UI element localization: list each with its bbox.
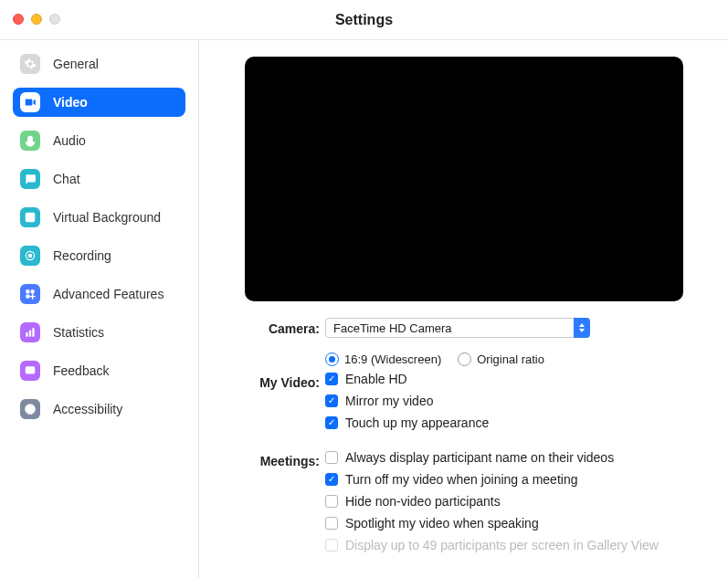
main-panel: Camera: FaceTime HD Camera 16:9 (Widescr…	[199, 40, 728, 578]
my-video-row: My Video: ✓Enable HD✓Mirror my video✓Tou…	[234, 372, 693, 430]
checkbox-label: Hide non-video participants	[345, 494, 501, 509]
accessibility-icon	[20, 399, 40, 419]
svg-rect-8	[29, 331, 31, 337]
general-icon	[20, 54, 40, 74]
svg-rect-4	[26, 289, 29, 293]
window-title: Settings	[335, 12, 393, 28]
sidebar-item-label: Statistics	[53, 325, 104, 340]
checkbox-icon	[325, 451, 338, 464]
radio-widescreen-label: 16:9 (Widescreen)	[344, 352, 441, 366]
checkbox-label: Spotlight my video when speaking	[345, 516, 539, 531]
checkbox-icon	[325, 495, 338, 508]
checkbox-icon: ✓	[325, 394, 338, 407]
svg-point-14	[29, 405, 31, 407]
sidebar-item-chat[interactable]: Chat	[13, 164, 185, 194]
sidebar-item-video[interactable]: Video	[13, 88, 185, 117]
checkbox-label: Always display participant name on their…	[345, 450, 614, 465]
traffic-lights	[13, 14, 60, 25]
chat-icon	[20, 169, 40, 189]
svg-rect-6	[26, 295, 29, 299]
sidebar-item-audio[interactable]: Audio	[13, 126, 185, 155]
checkbox-label: Touch up my appearance	[345, 415, 489, 430]
feedback-icon	[20, 361, 40, 381]
camera-select[interactable]: FaceTime HD Camera	[325, 318, 590, 338]
recording-icon	[20, 246, 40, 266]
svg-point-3	[28, 254, 33, 258]
advanced-features-icon	[20, 284, 40, 304]
sidebar-item-advanced-features[interactable]: Advanced Features	[13, 279, 185, 309]
audio-icon	[20, 131, 40, 151]
checkbox-touch-up[interactable]: ✓Touch up my appearance	[325, 415, 693, 430]
sidebar-item-feedback[interactable]: Feedback	[13, 356, 185, 385]
sidebar-item-label: Chat	[53, 172, 80, 186]
sidebar-item-label: Recording	[53, 248, 111, 263]
checkbox-icon: ✓	[325, 473, 338, 486]
meetings-row: Meetings: Always display participant nam…	[234, 450, 693, 552]
radio-icon	[325, 352, 339, 366]
checkbox-label: Mirror my video	[345, 394, 433, 408]
sidebar: GeneralVideoAudioChatVirtual BackgroundR…	[0, 40, 199, 578]
checkbox-hide-non-video[interactable]: Hide non-video participants	[325, 494, 693, 509]
sidebar-item-label: General	[53, 57, 99, 71]
svg-rect-7	[26, 332, 27, 337]
checkbox-icon: ✓	[325, 416, 338, 429]
sidebar-item-label: Virtual Background	[53, 210, 161, 225]
sidebar-item-label: Accessibility	[53, 402, 122, 416]
aspect-ratio-group: 16:9 (Widescreen) Original ratio	[325, 352, 693, 366]
virtual-background-icon	[20, 207, 40, 227]
checkbox-mirror[interactable]: ✓Mirror my video	[325, 394, 693, 408]
camera-selected-value: FaceTime HD Camera	[333, 321, 452, 335]
svg-rect-9	[32, 328, 34, 336]
checkbox-spotlight-speaking[interactable]: Spotlight my video when speaking	[325, 516, 693, 531]
checkbox-gallery-49: Display up to 49 participants per screen…	[325, 538, 693, 552]
svg-point-12	[31, 369, 33, 371]
close-icon[interactable]	[13, 14, 24, 25]
video-icon	[20, 92, 40, 112]
radio-widescreen[interactable]: 16:9 (Widescreen)	[325, 352, 441, 366]
checkbox-label: Enable HD	[345, 372, 407, 386]
checkbox-display-name[interactable]: Always display participant name on their…	[325, 450, 693, 465]
checkbox-enable-hd[interactable]: ✓Enable HD	[325, 372, 693, 386]
radio-original-label: Original ratio	[477, 352, 544, 366]
camera-row: Camera: FaceTime HD Camera 16:9 (Widescr…	[234, 318, 693, 366]
select-stepper-icon	[574, 318, 590, 338]
checkbox-turn-off-join[interactable]: ✓Turn off my video when joining a meetin…	[325, 472, 693, 487]
window-header: Settings	[0, 0, 728, 40]
sidebar-item-general[interactable]: General	[13, 49, 185, 79]
sidebar-item-label: Feedback	[53, 363, 109, 378]
checkbox-icon	[325, 517, 338, 530]
camera-label: Camera:	[234, 318, 325, 336]
maximize-icon	[49, 14, 60, 25]
radio-original[interactable]: Original ratio	[458, 352, 544, 366]
meetings-label: Meetings:	[234, 450, 325, 468]
sidebar-item-statistics[interactable]: Statistics	[13, 318, 185, 347]
sidebar-item-label: Advanced Features	[53, 287, 164, 301]
checkbox-label: Display up to 49 participants per screen…	[345, 538, 659, 552]
my-video-label: My Video:	[234, 372, 325, 390]
checkbox-icon	[325, 539, 338, 552]
checkbox-label: Turn off my video when joining a meeting	[345, 472, 577, 487]
svg-point-1	[28, 215, 32, 218]
sidebar-item-label: Audio	[53, 133, 86, 148]
svg-rect-5	[31, 289, 35, 293]
video-preview	[245, 57, 683, 301]
sidebar-item-label: Video	[53, 95, 88, 110]
radio-icon	[458, 352, 471, 366]
sidebar-item-accessibility[interactable]: Accessibility	[13, 394, 185, 424]
sidebar-item-recording[interactable]: Recording	[13, 241, 185, 270]
minimize-icon[interactable]	[31, 14, 42, 25]
svg-point-11	[27, 369, 29, 371]
checkbox-icon: ✓	[325, 373, 338, 385]
statistics-icon	[20, 322, 40, 342]
sidebar-item-virtual-background[interactable]: Virtual Background	[13, 203, 185, 232]
